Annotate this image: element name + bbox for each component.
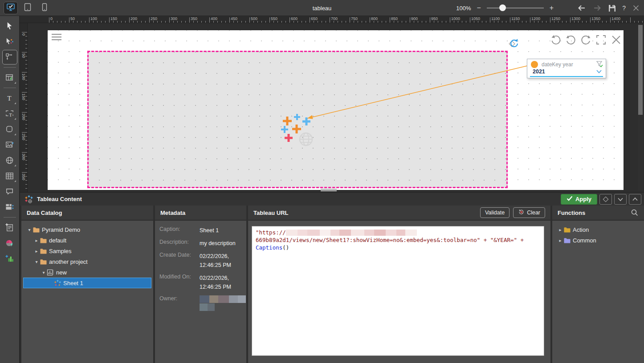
select-tool[interactable] (2, 19, 17, 33)
text-frame-tool[interactable]: T (2, 106, 17, 121)
tableau-icon (54, 279, 63, 286)
shape-tool[interactable] (2, 122, 17, 137)
tableau-content-placeholder[interactable] (87, 51, 508, 188)
expand-panel-button[interactable] (629, 194, 641, 205)
search-icon[interactable] (631, 209, 639, 217)
datekey-filter-widget[interactable]: dateKey year 2021 (527, 59, 606, 78)
close-app-icon[interactable] (632, 4, 640, 12)
data-grid-tool[interactable] (2, 70, 17, 85)
save-icon[interactable] (608, 4, 616, 12)
metadata-grid: Caption:Sheet 1Description:my descriptio… (155, 221, 246, 317)
tablet-icon (23, 3, 32, 13)
caret-right-icon[interactable]: ▸ (33, 238, 40, 243)
tree-item-pyramid-demo[interactable]: ▾Pyramid Demo (23, 224, 151, 235)
layout-tool[interactable] (2, 200, 17, 214)
caret-down-icon[interactable]: ▾ (26, 227, 33, 232)
metadata-value: 02/22/2026, 12:46:25 PM (200, 252, 246, 270)
layout-icon (5, 202, 14, 212)
apply-button[interactable]: Apply (561, 194, 597, 205)
design-canvas[interactable]: dateKey year 2021 (28, 23, 644, 192)
zoom-slider-track (487, 8, 544, 8)
canvas-scrollbar-thumb[interactable] (638, 25, 643, 115)
collapse-panel-button[interactable] (614, 194, 627, 205)
zoom-out-button[interactable]: − (477, 4, 481, 12)
text-tool[interactable]: T (2, 91, 17, 105)
hamburger-menu-icon[interactable] (52, 34, 61, 42)
check-icon (567, 196, 573, 202)
smart-viz-tool[interactable] (2, 236, 17, 250)
refresh-shape-icon[interactable] (507, 36, 520, 50)
content-bar-title: Tableau Content (37, 196, 82, 202)
help-button[interactable]: ? (622, 4, 626, 12)
data-catalog-panel: Data Catalog ▾Pyramid Demo▸default▸Sampl… (21, 206, 153, 363)
data-catalog-tree: ▾Pyramid Demo▸default▸Samples▾another pr… (21, 221, 153, 288)
tree-item-new[interactable]: ▾new (23, 267, 151, 278)
filter-dropdown-chevron-icon[interactable] (596, 68, 602, 76)
web-icon (5, 156, 14, 165)
tree-item-samples[interactable]: ▸Samples (23, 246, 151, 256)
resize-handle[interactable] (321, 189, 337, 191)
tree-item-label: new (56, 269, 67, 276)
tree-item-label: Action (573, 226, 589, 233)
metadata-value: 02/22/2026, 12:46:25 PM (200, 274, 246, 291)
phone-preview-button[interactable] (37, 2, 52, 14)
tree-item-label: another project (49, 258, 88, 265)
page-title: tableau (313, 0, 332, 16)
desktop-icon (6, 3, 15, 13)
tablet-preview-button[interactable] (20, 2, 35, 14)
caret-right-icon[interactable]: ▸ (557, 227, 563, 232)
table-tool[interactable] (2, 169, 17, 183)
connector-anchor-dot[interactable] (531, 61, 538, 68)
image-tool[interactable] (2, 137, 17, 152)
canvas-vertical-scrollbar[interactable] (638, 25, 643, 190)
code-function-name: Captions (256, 244, 282, 251)
tree-item-another-project[interactable]: ▾another project (23, 256, 151, 267)
validate-button[interactable]: Validate (480, 207, 509, 218)
report-tool[interactable] (2, 220, 17, 235)
tableau-url-code-editor[interactable]: "https:// 669b89a2d1/views/new/Sheet1?:s… (252, 226, 544, 356)
zoom-in-button[interactable]: + (550, 4, 554, 12)
tableau-content-bar: Tableau Content Apply (20, 192, 644, 206)
connector-tool[interactable] (2, 50, 17, 65)
clear-button[interactable]: Clear (513, 207, 545, 218)
filter-selected-value[interactable]: 2021 (533, 69, 545, 75)
tree-item-common[interactable]: ▸Common (554, 235, 642, 246)
phone-icon (40, 3, 49, 13)
smart-select-tool[interactable] (2, 34, 17, 49)
shape-icon (5, 125, 14, 134)
filter-widget-title: dateKey year (542, 61, 573, 68)
metadata-panel: Metadata Caption:Sheet 1Description:my d… (155, 206, 246, 363)
undo-icon[interactable] (565, 34, 577, 46)
diamond-button[interactable] (599, 194, 612, 205)
web-tool[interactable] (2, 153, 17, 168)
rotate-reset-icon[interactable] (550, 34, 562, 46)
functions-panel: Functions ▸Action▸Common (552, 206, 644, 363)
caret-down-icon[interactable]: ▾ (33, 259, 40, 264)
back-button[interactable] (577, 3, 587, 13)
tree-item-label: Sheet 1 (63, 280, 83, 286)
desktop-preview-button[interactable] (4, 2, 18, 14)
tree-item-sheet-1[interactable]: Sheet 1 (23, 278, 151, 288)
caret-right-icon[interactable]: ▸ (33, 249, 40, 254)
caret-right-icon[interactable]: ▸ (557, 238, 563, 243)
close-canvas-icon[interactable] (610, 34, 622, 46)
code-string-prefix: "https:// (256, 229, 286, 236)
tool-palette: TT (0, 16, 20, 363)
zoom-slider[interactable] (487, 4, 544, 12)
functions-header: Functions (552, 206, 644, 221)
redo-icon[interactable] (580, 34, 592, 46)
fullscreen-icon[interactable] (595, 34, 607, 46)
folder-icon (563, 226, 573, 233)
folder-icon (33, 226, 42, 233)
table-icon (5, 171, 14, 181)
comment-tool[interactable] (2, 184, 17, 199)
folder-icon (40, 258, 49, 265)
svg-text:T: T (9, 113, 12, 117)
zoom-slider-thumb[interactable] (499, 4, 506, 11)
tree-item-action[interactable]: ▸Action (554, 224, 642, 235)
caret-down-icon[interactable]: ▾ (41, 270, 47, 275)
tree-item-default[interactable]: ▸default (23, 235, 151, 246)
add-chart-tool[interactable] (2, 251, 17, 266)
tree-item-label: default (49, 237, 66, 244)
forward-button[interactable] (592, 3, 602, 13)
